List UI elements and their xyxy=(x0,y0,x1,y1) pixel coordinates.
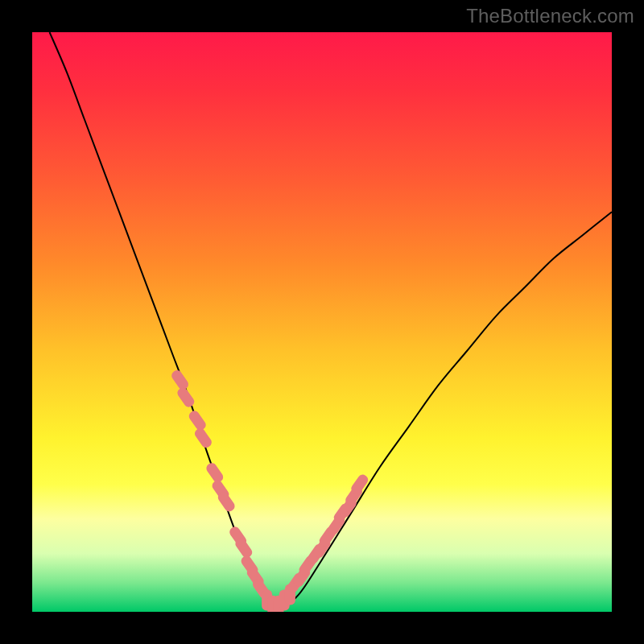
marker-point xyxy=(170,369,191,392)
chart-svg xyxy=(32,32,612,612)
marker-point xyxy=(204,461,225,485)
marker-point xyxy=(175,386,196,409)
marker-point xyxy=(187,409,208,432)
highlighted-points xyxy=(170,369,370,612)
plot-area xyxy=(32,32,612,612)
marker-point xyxy=(193,427,214,450)
watermark-text: TheBottleneck.com xyxy=(466,5,634,27)
bottleneck-curve xyxy=(50,32,612,606)
chart-frame: TheBottleneck.com xyxy=(0,0,644,644)
